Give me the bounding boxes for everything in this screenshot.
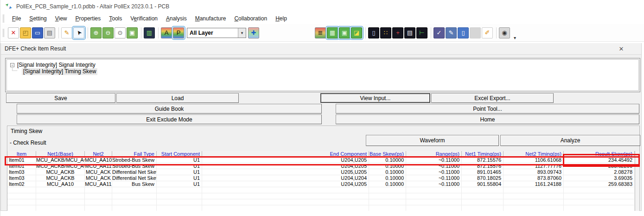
- toolbar-gripper[interactable]: [3, 29, 5, 37]
- cell[interactable]: U204,U205: [202, 157, 369, 163]
- chevron-down-icon[interactable]: ▾: [238, 28, 246, 38]
- cell[interactable]: MCU_ACK: [85, 169, 112, 175]
- cell[interactable]: 1106.61068: [504, 157, 564, 163]
- column-header[interactable]: Net2: [85, 151, 112, 157]
- cell[interactable]: MCU_ACKB/MCU_ACK: [36, 163, 85, 169]
- snapshot-icon[interactable]: ◉: [499, 27, 510, 38]
- cell[interactable]: 872.15576: [462, 163, 504, 169]
- cell[interactable]: U1: [157, 157, 202, 163]
- cell[interactable]: ~0.11000: [406, 181, 462, 187]
- cell[interactable]: Strobed-Bus Skew: [112, 157, 157, 163]
- component-tree-icon[interactable]: ⊢: [416, 27, 427, 38]
- cell[interactable]: MCU_AA11: [85, 163, 112, 169]
- view-input-button[interactable]: View Input...: [320, 93, 430, 103]
- cell[interactable]: Differential Net Skew: [112, 169, 157, 175]
- layer-dropdown[interactable]: All Layer▾: [187, 28, 246, 38]
- cell[interactable]: 873.87060: [504, 175, 564, 181]
- menu-item-setting[interactable]: Setting: [25, 13, 51, 24]
- cell[interactable]: 1161.24188: [504, 181, 564, 187]
- check-net-icon[interactable]: ✓: [434, 27, 445, 38]
- toolbar-overflow-icon[interactable]: ▾: [514, 35, 516, 41]
- save-button[interactable]: Save: [6, 93, 115, 103]
- measure-icon[interactable]: ✎: [61, 27, 72, 38]
- menu-item-tools[interactable]: Tools: [105, 13, 126, 24]
- cell[interactable]: 3.69035: [564, 175, 635, 181]
- exit-exclude-mode-button[interactable]: Exit Exclude Mode: [17, 114, 322, 124]
- cell[interactable]: MCU_AA10: [85, 157, 112, 163]
- component-bom-icon[interactable]: ∷: [380, 27, 391, 38]
- column-header[interactable]: Net1 Timing(ps): [462, 151, 504, 157]
- cell[interactable]: U1: [157, 175, 202, 181]
- cell[interactable]: Item02: [7, 181, 36, 187]
- menu-item-file[interactable]: File: [8, 13, 25, 24]
- cell[interactable]: U1: [157, 181, 202, 187]
- menu-item-view[interactable]: View: [51, 13, 71, 24]
- board-top-view-icon[interactable]: ▦: [327, 27, 338, 38]
- cell[interactable]: 259.68383: [564, 181, 635, 187]
- check-report-icon[interactable]: ▯: [458, 27, 469, 38]
- cell[interactable]: 1127.77776: [504, 163, 564, 169]
- cell[interactable]: MCU_ACKB: [36, 175, 85, 181]
- table-row[interactable]: Item03MCU_ACKBMCU_ACKDifferential Net Sk…: [7, 169, 635, 175]
- zoom-fit-icon[interactable]: ▣: [127, 27, 138, 38]
- stackup-icon[interactable]: ≣: [315, 27, 326, 38]
- cell[interactable]: 870.18025: [462, 175, 504, 181]
- layer-panel-icon[interactable]: ▥: [144, 27, 155, 38]
- cell[interactable]: Strobed-Bus Skew: [112, 163, 157, 169]
- column-header[interactable]: Start Component: [157, 151, 202, 157]
- cell[interactable]: MCU_AA11: [85, 181, 112, 187]
- menu-item-properties[interactable]: Properties: [71, 13, 105, 24]
- cell[interactable]: Item03: [7, 169, 36, 175]
- analyze-button[interactable]: Analyze: [500, 135, 640, 146]
- column-header[interactable]: Fail Type: [112, 151, 157, 157]
- cell[interactable]: 0.10000: [369, 163, 406, 169]
- zoom-icon[interactable]: ⊙: [115, 27, 126, 38]
- cell[interactable]: 234.45492: [564, 157, 635, 163]
- cell[interactable]: 255.62200: [564, 163, 635, 169]
- cell[interactable]: U205,U205: [202, 169, 369, 175]
- dfe-option-icon[interactable]: ✚: [248, 27, 259, 38]
- cell[interactable]: ~0.11000: [406, 175, 462, 181]
- home-button[interactable]: Home: [336, 114, 639, 124]
- exit-board-icon[interactable]: ✕: [8, 27, 19, 38]
- cell[interactable]: Bus Skew: [112, 181, 157, 187]
- cell[interactable]: U204,U204: [202, 175, 369, 181]
- board-bottom-view-icon[interactable]: ▣: [339, 27, 350, 38]
- load-button[interactable]: Load: [116, 93, 239, 103]
- column-header[interactable]: Result Skew(ps): [564, 151, 635, 157]
- menu-item-collaboration[interactable]: Collaboration: [230, 13, 271, 24]
- point-tool-button[interactable]: Point Tool...: [336, 104, 639, 114]
- zoom-out-icon[interactable]: ⊖: [102, 27, 114, 38]
- cell[interactable]: U1: [157, 169, 202, 175]
- table-row[interactable]: Item01MCU_ACKB/MCU_ACKMCU_AA10Strobed-Bu…: [7, 157, 635, 163]
- menu-item-analysis[interactable]: Analysis: [162, 13, 191, 24]
- cell[interactable]: 872.15576: [462, 157, 504, 163]
- cell[interactable]: Item03: [7, 175, 36, 181]
- menu-gripper[interactable]: [3, 14, 5, 23]
- menu-item-verification[interactable]: Verification: [126, 13, 162, 24]
- cell[interactable]: MCU_ACK: [85, 175, 112, 181]
- layer-auto-color-icon[interactable]: A: [161, 27, 172, 38]
- column-header[interactable]: Base Skew(ps): [369, 151, 406, 157]
- column-header[interactable]: Range(ps): [406, 151, 462, 157]
- excel-export-button[interactable]: Excel Export...: [431, 93, 554, 103]
- print-icon[interactable]: ▤: [44, 27, 55, 38]
- cell[interactable]: 0.10000: [369, 169, 406, 175]
- table-row[interactable]: Item02MCU_AA10MCU_AA11Bus SkewU1U204,U20…: [7, 181, 635, 187]
- check-edit-icon[interactable]: ✎: [446, 27, 457, 38]
- open-file-icon[interactable]: ◰: [20, 27, 31, 38]
- cell[interactable]: ~0.11000: [406, 157, 462, 163]
- select-cursor-icon[interactable]: ➤: [73, 27, 84, 38]
- cell[interactable]: 901.55804: [462, 181, 504, 187]
- blank-disabled-icon[interactable]: [470, 27, 481, 38]
- cell[interactable]: ~0.11000: [406, 169, 462, 175]
- cell[interactable]: U204,U205: [202, 163, 369, 169]
- column-header[interactable]: End Component: [202, 151, 369, 157]
- cell[interactable]: 0.10000: [369, 175, 406, 181]
- save-file-icon[interactable]: ▭: [32, 27, 43, 38]
- zoom-in-icon[interactable]: ⊕: [90, 27, 102, 38]
- cell[interactable]: Differential Net Skew: [112, 175, 157, 181]
- cell[interactable]: U1: [157, 163, 202, 169]
- cell[interactable]: 891.01465: [462, 169, 504, 175]
- option-tools-icon[interactable]: ✐: [482, 27, 493, 38]
